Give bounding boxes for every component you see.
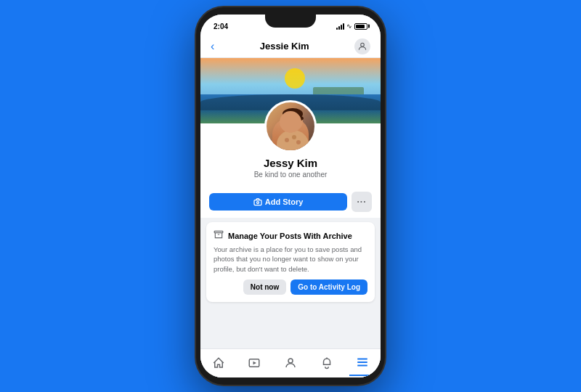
svg-marker-19 [253, 361, 257, 364]
svg-point-2 [285, 68, 305, 89]
svg-point-14 [282, 115, 289, 130]
svg-rect-5 [313, 87, 364, 102]
archive-description: Your archive is a place for you to save … [214, 245, 367, 274]
profile-icon-button[interactable] [354, 38, 370, 54]
menu-icon [356, 356, 369, 369]
nav-menu[interactable] [349, 349, 375, 376]
nav-home[interactable] [206, 349, 232, 376]
svg-point-13 [282, 115, 304, 122]
archive-actions: Not now Go to Activity Log [214, 279, 367, 295]
nav-watch[interactable] [241, 349, 267, 376]
action-row: Add Story ··· [200, 186, 381, 218]
archive-notification-card: Manage Your Posts With Archive Your arch… [206, 222, 375, 302]
watch-icon [248, 356, 261, 369]
phone-body: 2:04 ∿ ‹ Jessie Kim [196, 7, 385, 385]
wifi-icon: ∿ [346, 23, 352, 30]
bell-icon [320, 356, 333, 369]
phone-notch [265, 15, 316, 28]
profile-name: Jessy Kim [264, 157, 317, 169]
phone-mockup: 2:04 ∿ ‹ Jessie Kim [196, 7, 385, 385]
more-options-button[interactable]: ··· [352, 192, 372, 212]
archive-icon [214, 229, 224, 242]
svg-point-9 [285, 138, 289, 142]
avatar-container [264, 100, 317, 152]
svg-point-0 [361, 43, 365, 46]
ellipsis-icon: ··· [357, 197, 366, 207]
go-to-activity-log-button[interactable]: Go to Activity Log [290, 279, 367, 295]
bottom-nav [200, 348, 381, 377]
svg-point-10 [292, 135, 296, 139]
status-icons: ∿ [336, 23, 367, 30]
camera-icon [253, 197, 262, 206]
profile-bio: Be kind to one another [254, 171, 328, 179]
nav-title: Jessie Kim [260, 41, 309, 52]
home-icon [212, 356, 225, 369]
svg-point-16 [256, 202, 259, 204]
add-story-button[interactable]: Add Story [209, 193, 347, 211]
nav-bar: ‹ Jessie Kim [200, 35, 381, 58]
archive-header: Manage Your Posts With Archive [214, 229, 367, 242]
back-button[interactable]: ‹ [211, 40, 214, 53]
nav-notifications[interactable] [314, 349, 340, 376]
svg-point-11 [296, 140, 301, 144]
battery-icon [354, 23, 367, 30]
svg-point-20 [288, 359, 293, 363]
svg-point-12 [283, 108, 303, 120]
svg-rect-17 [214, 231, 223, 232]
phone-screen: 2:04 ∿ ‹ Jessie Kim [200, 15, 381, 377]
status-time: 2:04 [214, 23, 228, 30]
archive-title: Manage Your Posts With Archive [228, 232, 352, 240]
content-area: Jessy Kim Be kind to one another Add Sto… [200, 58, 381, 377]
profile-area: Jessy Kim Be kind to one another [200, 123, 381, 186]
nav-profile[interactable] [277, 349, 304, 376]
signal-icon [336, 23, 344, 30]
svg-rect-15 [254, 200, 261, 205]
svg-point-8 [277, 130, 309, 152]
profile-nav-icon [284, 356, 297, 369]
not-now-button[interactable]: Not now [243, 279, 286, 295]
avatar [264, 100, 317, 152]
